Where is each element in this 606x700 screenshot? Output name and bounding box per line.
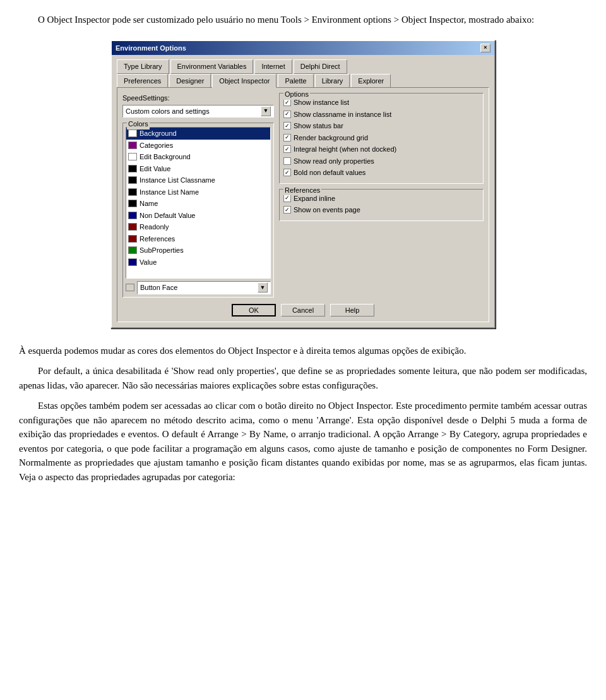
label-show-read-only: Show read only properties [294,156,374,167]
label-categories: Categories [140,140,173,151]
label-bold-non-default: Bold non default values [294,167,365,178]
speed-settings-dropdown[interactable]: Custom colors and settings ▼ [122,105,274,118]
checkbox-bold-non-default[interactable] [283,169,291,176]
label-value: Value [140,257,157,268]
cancel-button[interactable]: Cancel [281,304,325,317]
label-background: Background [140,128,177,139]
tab-environment-variables[interactable]: Environment Variables [170,59,254,74]
option-integral-height: Integral height (when not docked) [283,144,479,155]
option-show-on-events: Show on events page [283,205,479,215]
checkbox-integral-height[interactable] [283,145,291,153]
label-render-background-grid: Render background grid [294,133,368,143]
option-show-classname: Show classname in instance list [283,109,479,120]
colors-listbox[interactable]: Background Categories Edit Background [126,127,271,279]
dialog-body: Type Library Environment Variables Inter… [112,55,494,327]
list-item-references[interactable]: References [126,233,270,245]
checkbox-render-background-grid[interactable] [283,134,291,142]
option-show-instance-list: Show instance list [283,97,479,108]
swatch-edit-value [128,165,137,172]
colors-label: Colors [127,119,150,130]
list-item-name[interactable]: Name [126,198,270,210]
checkbox-expand-inline[interactable] [283,195,291,202]
bottom-dropdown-arrow-icon: ▼ [258,282,268,293]
titlebar-buttons: × [480,44,490,52]
dropdown-arrow-icon: ▼ [261,106,271,116]
label-readonly: Readonly [140,222,169,232]
tab-designer[interactable]: Designer [169,74,211,88]
label-name: Name [140,198,158,209]
tab-row-1: Type Library Environment Variables Inter… [117,59,489,73]
list-item-subproperties[interactable]: SubProperties [126,244,270,256]
list-item-background[interactable]: Background [126,128,270,140]
list-item-categories[interactable]: Categories [126,140,270,152]
label-show-on-events: Show on events page [294,205,360,215]
paragraph1: À esquerda podemos mudar as cores dos el… [19,344,587,358]
swatch-subproperties [128,246,137,254]
tab-palette[interactable]: Palette [278,74,313,88]
checkbox-show-on-events[interactable] [283,206,291,214]
checkbox-show-classname[interactable] [283,111,291,118]
label-instance-list-classname: Instance List Classname [140,175,215,186]
close-button[interactable]: × [480,44,490,52]
option-render-background-grid: Render background grid [283,133,479,143]
right-panel: Options Show instance list Show classnam… [279,93,484,298]
label-integral-height: Integral height (when not docked) [294,144,396,155]
bottom-color-swatch [126,284,134,291]
label-references: References [140,234,175,244]
ok-button[interactable]: OK [232,304,276,317]
checkbox-show-read-only[interactable] [283,157,291,165]
label-instance-list-name: Instance List Name [140,187,199,198]
checkbox-show-status-bar[interactable] [283,122,291,130]
label-edit-value: Edit Value [140,164,170,174]
swatch-references [128,235,137,243]
dialog-title: Environment Options [116,43,186,54]
list-item-edit-background[interactable]: Edit Background [126,151,270,163]
speed-settings-label: SpeedSettings: [122,93,274,104]
dialog-buttons: OK Cancel Help [122,304,484,317]
label-non-default-value: Non Default Value [140,210,195,221]
options-group: Options Show instance list Show classnam… [279,93,484,184]
swatch-background [128,130,137,137]
inner-layout: SpeedSettings: Custom colors and setting… [122,93,484,298]
speed-settings-wrapper: SpeedSettings: Custom colors and setting… [122,93,274,118]
option-bold-non-default: Bold non default values [283,167,479,178]
tab-type-library[interactable]: Type Library [117,59,169,74]
environment-options-dialog: Environment Options × Type Library Envir… [110,40,496,329]
swatch-readonly [128,223,137,231]
swatch-non-default-value [128,212,137,219]
tab-internet[interactable]: Internet [254,59,292,74]
swatch-instance-list-classname [128,176,137,184]
list-item-non-default-value[interactable]: Non Default Value [126,210,270,222]
swatch-instance-list-name [128,188,137,196]
dialog-wrapper: Environment Options × Type Library Envir… [19,40,587,329]
tab-object-inspector[interactable]: Object Inspector [212,74,276,88]
paragraph2: Por default, a única desabilitada é 'Sho… [19,364,587,392]
list-item-edit-value[interactable]: Edit Value [126,163,270,175]
swatch-categories [128,142,137,149]
list-item-value[interactable]: Value [126,256,270,269]
bottom-color-dropdown[interactable]: Button Face ▼ [137,281,271,294]
tab-delphi-direct[interactable]: Delphi Direct [294,59,347,74]
bottom-color-label: Button Face [140,282,177,293]
paragraph3: Estas opções também podem ser acessadas … [19,399,587,484]
bottom-color-row: Button Face ▼ [126,281,271,294]
option-show-read-only: Show read only properties [283,156,479,167]
speed-dropdown-value: Custom colors and settings [126,106,210,117]
swatch-name [128,200,137,207]
swatch-edit-background [128,153,137,160]
checkbox-show-instance-list[interactable] [283,99,291,106]
label-subproperties: SubProperties [140,245,184,256]
tab-preferences[interactable]: Preferences [117,74,168,88]
tab-explorer[interactable]: Explorer [351,74,391,88]
label-edit-background: Edit Background [140,152,191,162]
tab-library[interactable]: Library [315,74,350,88]
list-item-readonly[interactable]: Readonly [126,221,270,233]
help-button[interactable]: Help [330,304,374,317]
intro-paragraph: O Object Inspector pode ser customizado … [19,13,587,27]
tab-row-2: Preferences Designer Object Inspector Pa… [117,73,489,88]
list-item-instance-list-name[interactable]: Instance List Name [126,186,270,198]
tab-content: SpeedSettings: Custom colors and setting… [117,87,489,322]
list-item-instance-list-classname[interactable]: Instance List Classname [126,174,270,186]
colors-group-box: Colors Background Categories [122,123,274,298]
references-group: References Expand inline Show on events … [279,189,484,221]
